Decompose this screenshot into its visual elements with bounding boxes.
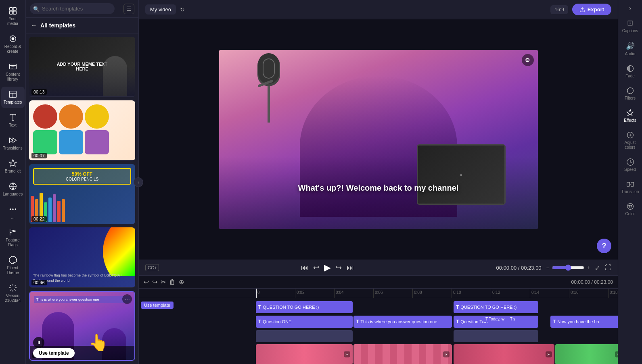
skip-back-button[interactable]: ⏮ — [301, 264, 308, 272]
video-preview: ● What's up?! Welcome back to my channel… — [219, 50, 538, 229]
skip-forward-button[interactable]: ⏭ — [347, 264, 354, 272]
right-sidebar-effects[interactable]: Effects — [619, 106, 642, 126]
template-card-art-supplies[interactable]: 50% OFF COLOR PENCILS 00:22 Art Supplies… — [29, 164, 135, 225]
sidebar-item-feature-flags[interactable]: FeatureFlags — [1, 225, 25, 251]
back-button[interactable]: ← — [31, 22, 37, 29]
sidebar-item-label-feature: FeatureFlags — [6, 238, 19, 248]
right-sidebar-fade[interactable]: Fade — [619, 61, 642, 82]
clip-label-2: QUESTION TO GO HERE :) — [460, 305, 517, 310]
forward-button[interactable]: ↪ — [336, 263, 342, 272]
clip-blank-1[interactable] — [256, 330, 353, 342]
right-sidebar-speed[interactable]: Speed — [619, 155, 642, 175]
svg-rect-0 — [9, 8, 12, 10]
expand-timeline-button[interactable]: ⤢ — [595, 264, 600, 272]
clip-icon-2: T — [456, 304, 459, 310]
sidebar-item-your-media[interactable]: Your media — [1, 3, 25, 29]
template-card-qa[interactable]: I think, therefore I am.— René Descartes… — [29, 291, 135, 361]
collapse-panel-button[interactable]: ‹ — [134, 177, 143, 187]
video-settings-button[interactable]: ⚙ — [522, 54, 534, 66]
all-templates-header: ← All templates — [26, 18, 138, 33]
svg-point-27 — [627, 204, 633, 210]
zoom-out-button[interactable]: − — [546, 264, 550, 271]
fullscreen-button[interactable]: ⛶ — [605, 264, 611, 271]
effects-label: Effects — [624, 118, 636, 123]
template-card-podcast[interactable]: 00:07 Still picture podcast audio visual… — [29, 100, 135, 161]
clip-blank-2[interactable] — [454, 330, 538, 342]
sidebar-item-text[interactable]: Text — [1, 110, 25, 131]
templates-list: ADD YOUR MEME TEXT HERE 00:13 Kombucha g… — [26, 33, 138, 364]
sidebar-item-label-languages: Languages — [3, 192, 23, 197]
clip-today[interactable]: T Today, w — [483, 316, 507, 322]
clip-now-you[interactable]: T Now you have the ha... — [550, 316, 618, 328]
collapse-right-button[interactable]: › — [627, 3, 633, 14]
track-content-3 — [256, 330, 618, 343]
template-card-pride[interactable]: The rainbow flag has become the symbol o… — [29, 227, 135, 288]
add-button[interactable]: ⊕ — [179, 278, 184, 286]
templates-icon — [8, 90, 17, 99]
sidebar-item-content-library[interactable]: Contentlibrary — [1, 59, 25, 85]
help-button[interactable]: ? — [597, 239, 611, 253]
right-sidebar-color[interactable]: Color — [619, 199, 642, 220]
content-icon — [8, 62, 17, 71]
right-sidebar-filters[interactable]: Filters — [619, 83, 642, 104]
video-preview-container: ● What's up?! Welcome back to my channel… — [139, 19, 618, 260]
play-button[interactable]: ▶ — [324, 262, 331, 273]
clip-question-1[interactable]: T QUESTION TO GO HERE :) — [256, 301, 353, 313]
captions-button[interactable]: CC+ — [145, 264, 159, 271]
ruler-mark-7: 0:14 — [530, 289, 569, 298]
undo-button[interactable]: ↩ — [144, 278, 149, 286]
adjust-icon — [626, 131, 634, 139]
timeline-toolbar: ↩ ↪ ✂ 🗑 ⊕ 00:00.00 / 00:23.00 — [139, 276, 618, 289]
cut-button[interactable]: ✂ — [161, 278, 166, 286]
sidebar-item-fluent-theme[interactable]: FluentTheme — [1, 252, 25, 279]
video-segment-1[interactable]: ✂ — [256, 344, 353, 364]
fade-label: Fade — [625, 74, 635, 79]
template-label-pride: Pride Flag Guide — [29, 287, 135, 288]
sidebar-item-brand-kit[interactable]: Brand kit — [1, 156, 25, 177]
tl-current: 00:00.00 — [571, 279, 590, 285]
redo-button[interactable]: ↪ — [152, 278, 157, 286]
sidebar-item-templates[interactable]: Templates — [1, 87, 25, 108]
video-segment-2[interactable]: ✂ — [353, 344, 452, 364]
right-sidebar-audio[interactable]: 🔊 Audio — [619, 38, 642, 60]
clip-question-2[interactable]: T QUESTION TO GO HERE :) — [454, 301, 538, 313]
clip-qt-icon: T — [456, 319, 459, 324]
fade-icon — [626, 64, 634, 73]
playback-controls: ⏮ ↩ ▶ ↪ ⏭ — [301, 262, 354, 273]
template-card-kombucha[interactable]: ADD YOUR MEME TEXT HERE 00:13 Kombucha g… — [29, 37, 135, 97]
right-sidebar-captions[interactable]: ⊡ Captions — [619, 15, 642, 37]
clip-s[interactable]: T s — [508, 316, 518, 322]
video-segment-4[interactable]: ✂ — [555, 344, 618, 364]
video-segment-3[interactable]: ✂ — [454, 344, 554, 364]
sidebar-item-more[interactable]: ... — [1, 202, 25, 223]
timeline-track-video: ✂ ✂ ✂ ✂ — [139, 344, 618, 364]
zoom-in-button[interactable]: + — [587, 264, 590, 271]
rewind-button[interactable]: ↩ — [313, 263, 319, 272]
sidebar-item-version[interactable]: Version2102da4 — [1, 280, 25, 306]
right-sidebar-adjust-colors[interactable]: Adjust colors — [619, 128, 642, 153]
ruler-mark-6: 0:12 — [491, 289, 530, 298]
sidebar-item-label-version: Version2102da4 — [5, 293, 21, 303]
template-thumb-kombucha: ADD YOUR MEME TEXT HERE — [29, 37, 135, 96]
clip-ny-icon: T — [553, 319, 556, 324]
zoom-controls: − + — [546, 264, 590, 271]
video-title-tab[interactable]: My video — [145, 4, 176, 15]
sidebar-item-transitions[interactable]: Transitions — [1, 133, 25, 154]
timeline-tracks: Use template T QUESTION TO GO HERE :) T … — [139, 298, 618, 364]
left-sidebar: Your media Record &create Contentlibrary… — [0, 0, 26, 364]
sidebar-item-record[interactable]: Record &create — [1, 31, 25, 57]
sidebar-item-languages[interactable]: Languages — [1, 179, 25, 200]
sidebar-item-label-fluent: FluentTheme — [6, 266, 19, 275]
search-input[interactable] — [30, 3, 115, 14]
clip-qo-icon: T — [258, 319, 261, 324]
refresh-button[interactable]: ↻ — [180, 6, 185, 13]
use-template-button[interactable]: Use template — [33, 348, 75, 358]
filter-button[interactable]: ☰ — [123, 4, 134, 14]
clip-answer-one[interactable]: T This is where you answer question one — [353, 316, 452, 328]
right-sidebar-transition[interactable]: Transition — [619, 177, 642, 198]
clip-question-one[interactable]: T Question ONE: — [256, 316, 353, 328]
delete-button[interactable]: 🗑 — [169, 279, 176, 286]
zoom-slider[interactable] — [552, 264, 584, 271]
current-time: 00:00.00 — [496, 265, 517, 271]
export-button[interactable]: Export — [572, 4, 611, 15]
